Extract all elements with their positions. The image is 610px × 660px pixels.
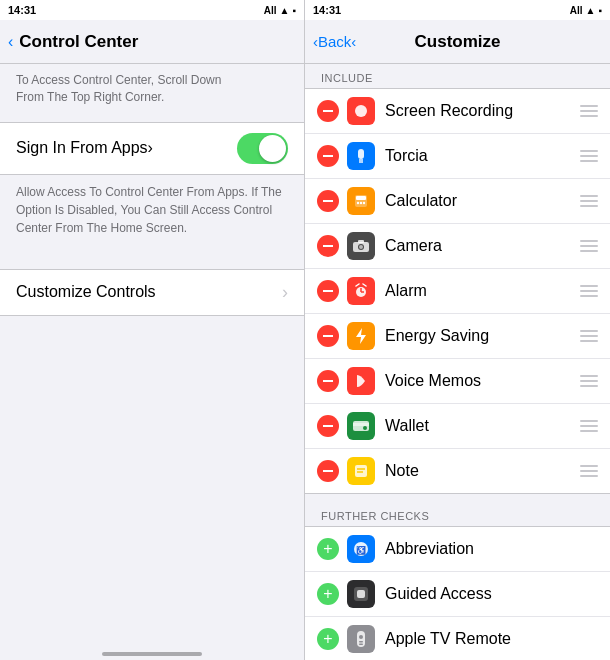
remove-voice-memos-button[interactable]: [317, 370, 339, 392]
drag-handle-icon: [580, 420, 598, 432]
sign-in-apps-row[interactable]: Sign In From Apps›: [0, 123, 304, 174]
note-label: Note: [385, 462, 580, 480]
remove-screen-recording-button[interactable]: [317, 100, 339, 122]
apple-tv-label: Apple TV Remote: [385, 630, 598, 648]
right-panel: 14:31 All ▲ ▪ ‹ Back‹ Customize INCLUDE …: [305, 0, 610, 660]
drag-handle-icon: [580, 195, 598, 207]
add-abbreviation-button[interactable]: [317, 538, 339, 560]
apple-tv-icon: [347, 625, 375, 653]
svg-point-7: [363, 202, 365, 204]
svg-point-0: [355, 105, 367, 117]
list-item[interactable]: Apple TV Remote: [305, 617, 610, 660]
wallet-label: Wallet: [385, 417, 580, 435]
camera-icon: [347, 232, 375, 260]
add-guided-access-button[interactable]: [317, 583, 339, 605]
calculator-icon: [347, 187, 375, 215]
left-desc-line2: From The Top Right Corner.: [16, 89, 288, 106]
left-back-button[interactable]: ‹ Control Center: [8, 32, 138, 52]
alarm-icon: [347, 277, 375, 305]
alarm-label: Alarm: [385, 282, 580, 300]
right-back-label: Back‹: [318, 33, 356, 50]
voice-memos-label: Voice Memos: [385, 372, 580, 390]
include-list: Screen Recording Torcia Calculator: [305, 88, 610, 494]
torch-label: Torcia: [385, 147, 580, 165]
left-wifi-icon: ▲: [280, 5, 290, 16]
sign-in-apps-toggle[interactable]: [237, 133, 288, 164]
left-battery-icon: ▪: [292, 5, 296, 16]
right-time: 14:31: [313, 4, 341, 16]
list-item[interactable]: Wallet: [305, 404, 610, 449]
left-panel: 14:31 All ▲ ▪ ‹ Control Center To Access…: [0, 0, 305, 660]
svg-rect-2: [359, 159, 363, 163]
remove-torch-button[interactable]: [317, 145, 339, 167]
svg-point-18: [363, 426, 367, 430]
right-nav-bar: ‹ Back‹ Customize: [305, 20, 610, 64]
remove-camera-button[interactable]: [317, 235, 339, 257]
right-scroll-content[interactable]: INCLUDE Screen Recording Torcia: [305, 64, 610, 660]
left-settings-group: Sign In From Apps›: [0, 122, 304, 175]
list-item[interactable]: Calculator: [305, 179, 610, 224]
further-section-header: FURTHER CHECKS: [305, 502, 610, 526]
customize-controls-arrow-icon: ›: [282, 282, 288, 303]
right-signal: All: [570, 5, 583, 16]
left-home-indicator: [0, 640, 304, 660]
right-battery-icon: ▪: [598, 5, 602, 16]
svg-rect-25: [357, 590, 365, 598]
camera-label: Camera: [385, 237, 580, 255]
include-section-header: INCLUDE: [305, 64, 610, 88]
drag-handle-icon: [580, 105, 598, 117]
svg-rect-29: [359, 644, 363, 646]
home-bar: [102, 652, 202, 656]
svg-rect-11: [358, 240, 364, 243]
torch-icon: [347, 142, 375, 170]
svg-point-6: [360, 202, 362, 204]
svg-rect-1: [358, 149, 364, 159]
drag-handle-icon: [580, 240, 598, 252]
svg-rect-19: [355, 465, 367, 477]
remove-note-button[interactable]: [317, 460, 339, 482]
list-item[interactable]: Camera: [305, 224, 610, 269]
left-status-bar: 14:31 All ▲ ▪: [0, 0, 304, 20]
right-status-bar: 14:31 All ▲ ▪: [305, 0, 610, 20]
remove-calculator-button[interactable]: [317, 190, 339, 212]
wallet-icon: [347, 412, 375, 440]
drag-handle-icon: [580, 285, 598, 297]
energy-icon: [347, 322, 375, 350]
screen-recording-label: Screen Recording: [385, 102, 580, 120]
svg-marker-15: [356, 328, 366, 344]
remove-wallet-button[interactable]: [317, 415, 339, 437]
list-item[interactable]: Voice Memos: [305, 359, 610, 404]
energy-label: Energy Saving: [385, 327, 580, 345]
svg-text:♿: ♿: [356, 545, 366, 555]
add-apple-tv-button[interactable]: [317, 628, 339, 650]
calculator-label: Calculator: [385, 192, 580, 210]
list-item[interactable]: Alarm: [305, 269, 610, 314]
remove-energy-button[interactable]: [317, 325, 339, 347]
list-item[interactable]: Guided Access: [305, 572, 610, 617]
abbreviation-label: Abbreviation: [385, 540, 598, 558]
customize-controls-row[interactable]: Customize Controls ›: [0, 269, 304, 316]
guided-access-icon: [347, 580, 375, 608]
remove-alarm-button[interactable]: [317, 280, 339, 302]
customize-controls-label: Customize Controls: [16, 283, 156, 301]
list-item[interactable]: Note: [305, 449, 610, 493]
list-item[interactable]: Screen Recording: [305, 89, 610, 134]
guided-access-label: Guided Access: [385, 585, 598, 603]
list-item[interactable]: ♿ Abbreviation: [305, 527, 610, 572]
svg-point-27: [359, 635, 363, 639]
list-item[interactable]: Torcia: [305, 134, 610, 179]
sign-in-apps-label: Sign In From Apps›: [16, 139, 153, 157]
drag-handle-icon: [580, 375, 598, 387]
left-signal: All: [264, 5, 277, 16]
svg-point-5: [357, 202, 359, 204]
left-desc-line1: To Access Control Center, Scroll Down: [16, 72, 288, 89]
further-list: ♿ Abbreviation Guided Access Apple TV Re…: [305, 526, 610, 660]
right-back-button[interactable]: ‹ Back‹: [313, 33, 356, 50]
note-icon: [347, 457, 375, 485]
list-item[interactable]: Energy Saving: [305, 314, 610, 359]
svg-point-10: [359, 245, 363, 249]
left-status-icons: All ▲ ▪: [264, 5, 296, 16]
svg-rect-17: [353, 423, 369, 426]
left-nav-bar: ‹ Control Center: [0, 20, 304, 64]
left-time: 14:31: [8, 4, 36, 16]
